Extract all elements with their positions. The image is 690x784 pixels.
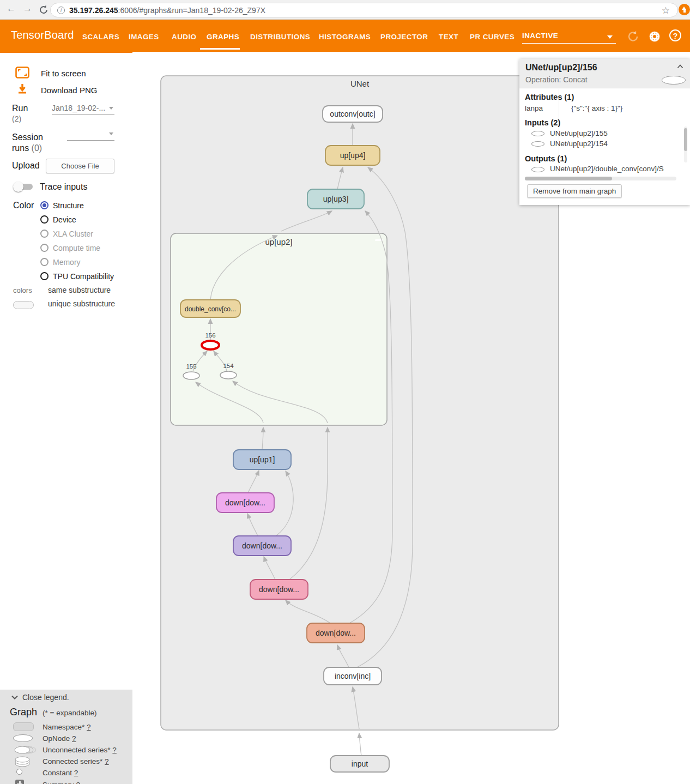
browser-extension-icon[interactable] [679,4,690,15]
graph-node-label-up4: up[up4] [340,151,366,160]
help-link[interactable]: ? [87,723,91,731]
unet-namespace-label: UNet [350,79,370,88]
tab-text[interactable]: TEXT [439,33,458,41]
radio-structure[interactable] [40,201,49,209]
radio-device-label[interactable]: Device [53,215,76,224]
browser-toolbar: ← → i 35.197.26.245:6006/#graphs&run=Jan… [0,0,690,20]
tab-graphs[interactable]: GRAPHS [207,33,239,41]
graph-node-label-down1: down[dow... [316,629,356,637]
unconnected-series-icon [13,746,38,754]
attributes-header: Attributes (1) [525,93,574,101]
status-dropdown[interactable]: INACTIVE [522,32,616,44]
browser-forward-icon[interactable]: → [23,3,32,14]
legend-item-constant: Constant ? [43,769,78,777]
refresh-icon[interactable] [626,29,640,44]
radio-compute-time[interactable] [40,244,49,252]
help-link[interactable]: ? [76,781,81,784]
tab-distributions[interactable]: DISTRIBUTIONS [250,33,310,41]
help-link[interactable]: ? [72,734,76,743]
collapse-card-icon[interactable] [677,64,683,69]
op-node-155[interactable] [183,372,199,379]
bookmark-star-icon[interactable]: ☆ [662,5,670,16]
remove-from-main-graph-button[interactable]: Remove from main graph [527,184,622,198]
help-link[interactable]: ? [74,769,78,777]
node-info-card: UNet/up[up2]/156 Operation: Concat Attri… [519,59,690,205]
help-icon[interactable]: ? [669,29,681,41]
graph-node-label-inconv: inconv[inc] [335,672,371,680]
fit-to-screen-label[interactable]: Fit to screen [41,69,86,78]
summary-icon [15,780,24,784]
legend-title: Graph [10,707,37,718]
op-node-label-156: 156 [205,332,215,339]
graph-node-label-down4: down[dow... [225,498,265,507]
chevron-down-icon[interactable] [11,695,19,700]
namespace-icon [13,722,34,731]
radio-tpu-compatibility[interactable] [40,272,49,280]
download-png-icon[interactable] [16,83,28,95]
graph-node-label-outconv: outconv[outc] [330,110,375,118]
op-node-156-selected[interactable] [202,341,219,349]
output-item[interactable]: UNet/up[up2]/double_conv[conv]/S [550,165,686,173]
tab-projector[interactable]: PROJECTOR [380,33,428,41]
node-title: UNet/up[up2]/156 [525,63,597,73]
opnode-icon [13,734,33,742]
inputs-scrollbar-thumb[interactable] [684,128,687,151]
tab-images[interactable]: IMAGES [129,33,159,41]
tab-audio[interactable]: AUDIO [172,33,197,41]
radio-tpu-compatibility-label[interactable]: TPU Compatibility [53,272,114,281]
up2-expanded-namespace-rect[interactable] [171,233,387,425]
choose-file-button[interactable]: Choose File [46,159,114,173]
download-png-label[interactable]: Download PNG [41,86,97,95]
run-count: (2) [12,114,21,123]
connected-series-icon [13,756,32,767]
graph-node-label-down3: down[dow... [242,541,282,550]
unique-substructure-label: unique substructure [48,299,115,308]
settings-gear-icon[interactable] [647,29,662,44]
trace-inputs-toggle[interactable] [13,182,34,191]
op-node-154[interactable] [220,371,237,379]
graph-node-label-double_conv: double_conv[co... [185,305,236,313]
session-runs-label2: runs (0) [12,143,42,153]
graph-node-label-input: input [352,759,368,768]
radio-memory-label[interactable]: Memory [53,258,81,267]
upload-label: Upload [12,161,40,171]
radio-structure-label[interactable]: Structure [53,201,84,210]
run-dropdown[interactable]: Jan18_19-02-... [52,104,114,115]
run-dropdown-value: Jan18_19-02-... [52,104,105,112]
colors-key-label: colors [13,286,32,294]
session-runs-dropdown[interactable] [67,129,114,141]
radio-memory[interactable] [40,258,49,266]
color-label: Color [13,201,34,210]
address-bar[interactable]: i 35.197.26.245:6006/#graphs&run=Jan18_1… [50,3,678,17]
fit-to-screen-icon[interactable] [15,67,29,79]
tab-scalars[interactable]: SCALARS [82,33,119,41]
inputs-header: Inputs (2) [525,118,560,127]
outputs-scrollbar-thumb[interactable] [525,177,612,180]
graphs-sidebar: Fit to screen Download PNG Run (2) Jan18… [0,53,132,690]
browser-back-icon[interactable]: ← [7,3,16,14]
tab-pr-curves[interactable]: PR CURVES [470,33,515,41]
close-legend-label[interactable]: Close legend. [22,693,69,702]
same-substructure-label: same substructure [48,286,111,294]
graph-node-label-up1: up[up1] [250,455,275,464]
input-item[interactable]: UNet/up[up2]/154 [550,140,608,148]
attribute-key: lanpa [525,104,543,112]
active-tab-underline [200,48,240,50]
graph-node-label-up3: up[up3] [323,195,349,203]
input-item[interactable]: UNet/up[up2]/155 [550,129,608,137]
radio-device[interactable] [40,215,49,224]
page-info-icon[interactable]: i [57,7,65,14]
radio-xla-cluster-label[interactable]: XLA Cluster [53,230,93,238]
radio-compute-time-label[interactable]: Compute time [53,244,100,252]
browser-reload-icon[interactable] [38,4,49,15]
legend-item-opnode: OpNode ? [43,734,76,743]
radio-xla-cluster[interactable] [40,230,49,238]
help-link[interactable]: ? [105,757,109,765]
session-runs-label: Session [12,132,43,142]
opnode-shape-icon [531,131,544,136]
attribute-value: {"s":"{ axis : 1}"} [571,104,622,112]
outputs-header: Outputs (1) [525,154,567,163]
node-info-header: UNet/up[up2]/156 Operation: Concat [519,59,690,88]
tab-histograms[interactable]: HISTOGRAMS [319,33,371,41]
help-link[interactable]: ? [112,746,117,754]
